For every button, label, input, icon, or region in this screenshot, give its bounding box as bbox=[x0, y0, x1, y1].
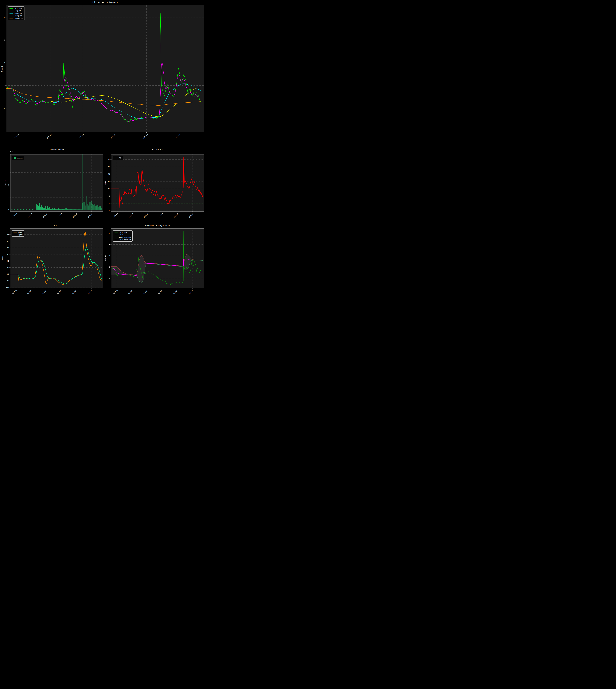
x-tick-label: 2024-09 bbox=[14, 134, 19, 139]
y-tick-label: 0.5 bbox=[7, 240, 9, 242]
legend-item: VWAP BB Upper bbox=[114, 236, 131, 238]
y-tick-label: 3 bbox=[109, 266, 110, 268]
x-tick-label: 2025-07 bbox=[189, 289, 194, 295]
x-tick-label: 2025-03 bbox=[110, 134, 116, 139]
y-tick-label: 0.1 bbox=[7, 267, 9, 269]
macd-chart-title: MACD bbox=[54, 224, 59, 227]
volume-chart-title: Volume and OBV bbox=[49, 149, 65, 151]
legend-label: MACD bbox=[18, 231, 22, 233]
legend-label: 200-day MA bbox=[14, 17, 23, 19]
chart-legend: MACDSignal bbox=[12, 230, 24, 237]
x-tick-label: 2025-05 bbox=[173, 213, 179, 218]
x-tick-label: 2024-11 bbox=[128, 289, 133, 295]
y-tick-label: 90 bbox=[108, 158, 110, 160]
legend-item: Volume bbox=[14, 157, 23, 159]
x-tick-label: 2025-03 bbox=[158, 213, 163, 218]
y-tick-label: 80 bbox=[108, 166, 110, 168]
legend-item: VWAP bbox=[114, 234, 131, 236]
y-tick-label: 0.2 bbox=[7, 260, 9, 262]
legend-swatch bbox=[14, 232, 17, 232]
x-tick-label: 2025-01 bbox=[143, 289, 149, 295]
y-tick-label: 4 bbox=[4, 62, 5, 64]
legend-label: 5-day MA bbox=[14, 10, 21, 12]
chart-legend: RSI bbox=[113, 156, 123, 160]
x-tick-label: 2025-01 bbox=[42, 289, 48, 295]
price-chart-title: Price and Moving Averages bbox=[92, 1, 117, 3]
x-tick-label: 2025-03 bbox=[158, 289, 163, 295]
legend-swatch bbox=[114, 232, 118, 232]
x-tick-label: 2025-05 bbox=[142, 134, 148, 139]
x-tick-label: 2025-07 bbox=[189, 213, 194, 218]
legend-swatch bbox=[9, 16, 13, 16]
legend-item: VWAP BB Lower bbox=[114, 239, 131, 241]
legend-label: 50-day MA bbox=[14, 15, 22, 17]
y-tick-label: -0.2 bbox=[6, 286, 9, 288]
legend-swatch bbox=[114, 240, 118, 240]
x-tick-label: 2025-01 bbox=[42, 213, 48, 218]
legend-item: 200-day MA bbox=[9, 17, 23, 19]
legend-item: 5-day MA bbox=[9, 10, 23, 12]
vwap-chart-title: VWAP with Bollinger Bands bbox=[145, 224, 170, 227]
labels-layer: 2024-092024-112025-012025-032025-052025-… bbox=[0, 0, 205, 299]
vwap-y-axis-label: Price ($) bbox=[105, 255, 107, 262]
legend-label: VWAP BB Upper bbox=[119, 236, 131, 238]
x-tick-label: 2025-07 bbox=[175, 134, 180, 139]
x-tick-label: 2024-09 bbox=[113, 289, 118, 295]
x-tick-label: 2025-01 bbox=[143, 213, 149, 218]
legend-item: RSI bbox=[114, 157, 122, 159]
y-tick-label: 60 bbox=[108, 180, 110, 182]
y-tick-label: 2 bbox=[109, 277, 110, 279]
legend-item: 20-day MA bbox=[9, 13, 23, 14]
y-tick-label: 2 bbox=[4, 107, 5, 109]
price-y-axis-label: Price ($) bbox=[1, 65, 3, 72]
legend-label: Signal bbox=[18, 234, 23, 236]
x-tick-label: 2025-07 bbox=[87, 289, 93, 295]
legend-swatch bbox=[14, 235, 17, 235]
legend-swatch bbox=[9, 11, 13, 11]
legend-item: Close Price bbox=[9, 7, 23, 9]
macd-y-axis-label: Value bbox=[2, 256, 4, 260]
x-tick-label: 2025-03 bbox=[57, 289, 62, 295]
legend-label: Volume bbox=[17, 157, 23, 159]
y-tick-label: 4 bbox=[109, 255, 110, 257]
y-tick-label: 2 bbox=[8, 184, 9, 186]
legend-label: RSI bbox=[119, 157, 122, 159]
rsi-y-axis-label: Value bbox=[105, 181, 107, 185]
x-tick-label: 2024-09 bbox=[12, 213, 17, 218]
legend-label: Close Price bbox=[14, 7, 22, 9]
volume-y-axis-label: Volume bbox=[4, 180, 6, 186]
chart-legend: Close PriceVWAPVWAP BB UpperVWAP BB Lowe… bbox=[113, 230, 133, 242]
legend-label: Close Price bbox=[119, 231, 127, 233]
chart-legend: Close Price5-day MA20-day MA50-day MA200… bbox=[8, 6, 25, 20]
y-tick-label: 50 bbox=[108, 188, 110, 190]
y-tick-label: 40 bbox=[108, 195, 110, 197]
x-tick-label: 2024-09 bbox=[113, 213, 118, 218]
x-tick-label: 2025-05 bbox=[72, 213, 78, 218]
legend-swatch bbox=[9, 8, 13, 8]
x-tick-label: 2025-03 bbox=[57, 213, 62, 218]
legend-label: 20-day MA bbox=[14, 13, 22, 14]
y-tick-label: 3 bbox=[8, 172, 9, 173]
legend-swatch bbox=[14, 157, 16, 159]
x-tick-label: 2025-01 bbox=[79, 134, 84, 139]
x-tick-label: 2025-05 bbox=[173, 289, 179, 295]
x-tick-label: 2024-11 bbox=[46, 134, 52, 139]
legend-swatch bbox=[114, 235, 118, 235]
y-tick-label: 0.3 bbox=[7, 253, 9, 255]
x-tick-label: 2025-05 bbox=[72, 289, 78, 295]
volume-axis-offset-label: 1e6 bbox=[10, 151, 13, 153]
y-tick-label: 20 bbox=[108, 210, 110, 212]
legend-item: MACD bbox=[14, 231, 23, 233]
y-tick-label: 6 bbox=[4, 16, 5, 18]
y-tick-label: 0.4 bbox=[7, 247, 9, 249]
x-tick-label: 2025-07 bbox=[87, 213, 93, 218]
y-tick-label: 0.0 bbox=[7, 273, 9, 275]
legend-item: 50-day MA bbox=[9, 15, 23, 17]
legend-label: VWAP bbox=[119, 234, 123, 236]
y-tick-label: 6 bbox=[109, 232, 110, 234]
legend-item: Close Price bbox=[114, 231, 131, 233]
y-tick-label: 1 bbox=[8, 197, 9, 198]
legend-swatch bbox=[114, 237, 118, 238]
y-tick-label: 3 bbox=[4, 85, 5, 86]
x-tick-label: 2024-11 bbox=[27, 289, 32, 295]
